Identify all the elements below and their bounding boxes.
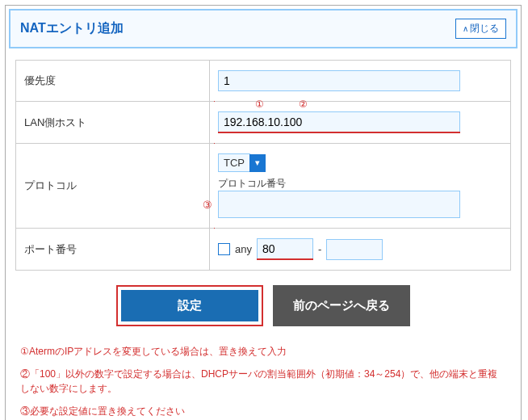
lanhost-label: LAN側ホスト bbox=[16, 102, 210, 144]
nat-entry-panel: NATエントリ追加 ∧ 閉じる 優先度 LAN側ホスト ① ② bbox=[5, 5, 522, 420]
back-button[interactable]: 前のページへ戻る bbox=[273, 285, 410, 326]
annotation-1: ① bbox=[255, 99, 264, 110]
note-2: ②「100」以外の数字で設定する場合は、DHCPサーバの割当範囲外（初期値：34… bbox=[20, 367, 506, 396]
protocol-label: プロトコル bbox=[16, 144, 210, 229]
submit-button[interactable]: 設定 bbox=[121, 290, 258, 321]
priority-input[interactable] bbox=[218, 70, 460, 91]
port-any-checkbox[interactable] bbox=[218, 243, 230, 255]
close-button[interactable]: ∧ 閉じる bbox=[455, 19, 506, 39]
annotation-3: ③ bbox=[203, 199, 212, 211]
button-row: 設定 前のページへ戻る bbox=[6, 271, 521, 344]
chevron-down-icon: ▾ bbox=[255, 158, 260, 168]
port-from-input[interactable] bbox=[257, 238, 313, 258]
port-any-label: any bbox=[235, 243, 252, 255]
protocol-select-dropdown[interactable]: ▾ bbox=[249, 154, 266, 172]
submit-highlight-box: 設定 bbox=[116, 285, 263, 326]
protocol-select-value: TCP bbox=[218, 153, 250, 172]
close-label: 閉じる bbox=[470, 22, 499, 36]
nat-form-table: 優先度 LAN側ホスト ① ② プロトコル bbox=[15, 60, 511, 271]
port-label: ポート番号 bbox=[16, 229, 210, 271]
priority-label: 優先度 bbox=[16, 61, 210, 102]
port-to-input[interactable] bbox=[326, 239, 383, 260]
chevron-up-icon: ∧ bbox=[463, 24, 468, 33]
panel-header: NATエントリ追加 ∧ 閉じる bbox=[9, 9, 518, 48]
notes-section: ①AtermのIPアドレスを変更している場合は、置き換えて入力 ②「100」以外… bbox=[6, 344, 521, 420]
lanhost-input[interactable] bbox=[218, 111, 460, 132]
annotation-2: ② bbox=[299, 99, 308, 110]
note-1: ①AtermのIPアドレスを変更している場合は、置き換えて入力 bbox=[20, 344, 506, 359]
protocol-number-label: プロトコル番号 bbox=[218, 177, 502, 191]
port-dash: - bbox=[318, 243, 321, 255]
note-3: ③必要な設定値に置き換えてください bbox=[20, 404, 506, 418]
panel-title: NATエントリ追加 bbox=[20, 20, 124, 37]
protocol-number-input[interactable] bbox=[218, 191, 460, 218]
